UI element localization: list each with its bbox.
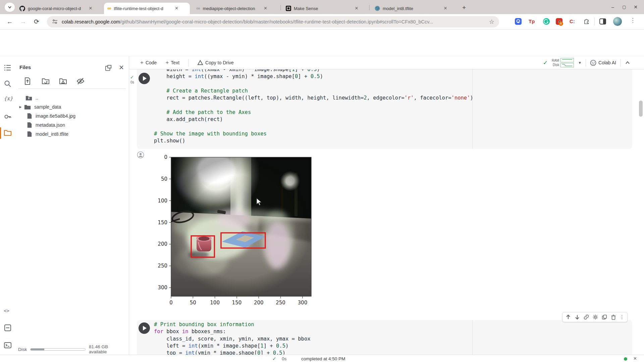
- move-cell-up-icon[interactable]: [565, 314, 571, 320]
- runtime-ok-icon: ✓: [543, 59, 548, 66]
- mount-drive-icon[interactable]: [59, 77, 67, 85]
- open-in-new-icon[interactable]: [105, 64, 112, 72]
- svg-text:200: 200: [254, 300, 264, 306]
- resource-monitor[interactable]: RAMDisk: [552, 58, 574, 67]
- back-button[interactable]: ←: [5, 17, 15, 27]
- file-tree-item[interactable]: image.6e5a8b4.jpg: [15, 111, 126, 120]
- move-cell-down-icon[interactable]: [574, 314, 580, 320]
- colab-ai-button[interactable]: Colab AI: [590, 60, 616, 66]
- close-icon[interactable]: ✕: [354, 5, 360, 11]
- search-icon[interactable]: [4, 80, 12, 88]
- browser-tab-github[interactable]: google-coral-micro-object-d ✕: [16, 3, 102, 14]
- copy-to-drive-button[interactable]: Copy to Drive: [197, 60, 234, 66]
- forward-button[interactable]: →: [18, 17, 28, 27]
- close-icon[interactable]: ✕: [262, 5, 268, 11]
- code-cell[interactable]: # Print bounding box informationfor bbox…: [137, 320, 632, 355]
- connection-status-dot: [624, 357, 627, 361]
- window-close-button[interactable]: ✕: [631, 3, 640, 11]
- colorzilla-extension-icon[interactable]: C:: [570, 18, 577, 25]
- minimize-button[interactable]: –: [608, 3, 617, 11]
- play-icon: [143, 326, 147, 330]
- code-editor[interactable]: # Print bounding box informationfor bbox…: [154, 321, 311, 355]
- camera-image: [171, 154, 311, 296]
- reload-button[interactable]: ⟳: [32, 17, 42, 27]
- close-icon[interactable]: ✕: [442, 5, 448, 11]
- file-tree-item-up[interactable]: ..: [15, 93, 126, 102]
- chevron-down-icon: [5, 3, 15, 12]
- tab-title: model_int8.tflite: [383, 6, 440, 11]
- file-icon: [27, 113, 32, 119]
- tab-title: tflite-runtime-test-object-d: [114, 6, 171, 11]
- close-files-panel-icon[interactable]: ✕: [119, 64, 124, 71]
- left-icon-rail: {x} <>: [0, 56, 15, 355]
- collapse-sections-icon[interactable]: [625, 60, 631, 66]
- tampermonkey-extension-icon[interactable]: Tp: [529, 18, 536, 25]
- code-editor[interactable]: width = int((xmax - xmin) * image.shape[…: [154, 69, 473, 144]
- run-cell-button[interactable]: [139, 322, 150, 334]
- svg-text:0: 0: [169, 300, 173, 306]
- delete-cell-trash-icon[interactable]: [610, 314, 616, 320]
- grammarly-extension-icon[interactable]: [543, 18, 550, 25]
- terminal-icon[interactable]: [4, 341, 12, 349]
- site-info-icon[interactable]: [52, 18, 58, 25]
- maximize-button[interactable]: ▢: [620, 3, 629, 11]
- hide-hidden-files-icon[interactable]: [76, 77, 85, 85]
- file-name: metadata.json: [36, 122, 65, 128]
- resource-dropdown-icon[interactable]: ▼: [578, 61, 582, 65]
- svg-text:100: 100: [210, 300, 220, 306]
- password-extension-icon[interactable]: [515, 18, 522, 25]
- disk-available-text: 81.46 GB available: [89, 344, 127, 354]
- status-message: completed at 4:50 PM: [301, 356, 345, 361]
- cell-more-options-icon[interactable]: ⋮: [620, 314, 625, 320]
- expand-caret-icon[interactable]: ▶: [18, 105, 23, 109]
- cell-success-icon: ✓: [130, 75, 134, 80]
- file-tree-item-folder[interactable]: ▶ sample_data: [15, 102, 126, 111]
- tab-search-button[interactable]: [5, 3, 15, 12]
- browser-tab-mediapipe[interactable]: ∞ mediapipe-object-detection ✕: [193, 3, 279, 14]
- browser-tab-colab-active[interactable]: ∞ tflite-runtime-test-object-d ✕: [104, 3, 190, 14]
- browser-menu-icon[interactable]: ⋮: [630, 17, 636, 24]
- close-icon[interactable]: ✕: [173, 5, 179, 11]
- files-folder-icon[interactable]: [4, 129, 12, 137]
- mirror-cell-icon[interactable]: [601, 314, 607, 320]
- extensions-puzzle-icon[interactable]: [583, 18, 590, 25]
- svg-text:200: 200: [158, 241, 167, 247]
- file-tree-item[interactable]: model_int8.tflite: [15, 129, 126, 138]
- browser-tab-makesense[interactable]: Make Sense ✕: [282, 3, 368, 14]
- table-of-contents-icon[interactable]: [4, 64, 12, 72]
- url-text: colab.research.google.com/github/ShawnHy…: [62, 19, 486, 24]
- svg-text:250: 250: [276, 300, 285, 306]
- refresh-folder-icon[interactable]: [42, 77, 50, 85]
- svg-text:50: 50: [190, 300, 196, 306]
- browser-tab-netron[interactable]: model_int8.tflite ✕: [371, 3, 455, 14]
- plus-icon: +: [165, 59, 169, 66]
- code-snippets-icon[interactable]: <>: [4, 308, 12, 316]
- status-close-icon[interactable]: ✕: [633, 356, 637, 361]
- add-text-button[interactable]: + Text: [165, 59, 179, 66]
- close-icon[interactable]: ✕: [88, 5, 94, 11]
- file-name: image.6e5a8b4.jpg: [36, 113, 75, 119]
- new-tab-button[interactable]: +: [462, 4, 466, 11]
- output-user-icon: [137, 151, 144, 159]
- side-panel-icon[interactable]: [599, 18, 606, 25]
- variables-icon[interactable]: {x}: [4, 96, 12, 104]
- browser-profile-avatar[interactable]: [613, 17, 622, 26]
- scrollbar-thumb[interactable]: [639, 101, 643, 117]
- browser-tab-strip: google-coral-micro-object-d ✕ ∞ tflite-r…: [0, 0, 644, 14]
- x-axis-ticks: 050100150200250300: [169, 296, 307, 306]
- cell-settings-gear-icon[interactable]: [592, 314, 598, 320]
- upload-file-icon[interactable]: [23, 77, 32, 85]
- add-code-button[interactable]: + Code: [140, 59, 157, 66]
- file-tree-item[interactable]: metadata.json: [15, 120, 126, 129]
- command-palette-icon[interactable]: [4, 324, 12, 332]
- mouse-cursor: [256, 198, 264, 206]
- address-bar[interactable]: colab.research.google.com/github/ShawnHy…: [47, 16, 499, 27]
- secrets-key-icon[interactable]: [4, 113, 12, 121]
- file-name: sample_data: [34, 104, 61, 110]
- code-cell[interactable]: width = int((xmax - xmin) * image.shape[…: [137, 69, 632, 149]
- copy-link-to-cell-icon[interactable]: [583, 314, 589, 320]
- svg-text:300: 300: [298, 300, 308, 306]
- bookmark-star-icon[interactable]: ☆: [489, 18, 494, 25]
- run-cell-button[interactable]: [139, 73, 150, 84]
- github-icon: [19, 6, 25, 11]
